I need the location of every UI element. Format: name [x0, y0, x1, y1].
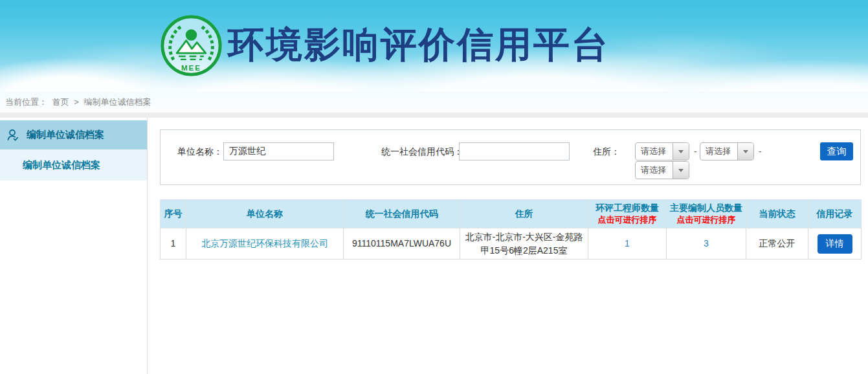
divider-strip — [0, 113, 868, 118]
detail-button[interactable]: 详情 — [818, 234, 852, 254]
sidebar-item-label: 编制单位诚信档案 — [27, 129, 104, 141]
table-row: 1 北京万源世纪环保科技有限公司 91110115MA7LWUA76U 北京市-… — [161, 228, 862, 259]
address-province-select[interactable]: 请选择 — [635, 142, 689, 160]
credit-code-label: 统一社会信用代码： — [381, 142, 463, 160]
address-district-select[interactable]: 请选择 — [635, 161, 689, 179]
breadcrumb-label: 当前位置： — [5, 97, 47, 107]
header-status: 当前状态 — [746, 200, 808, 228]
company-name-label: 单位名称： — [177, 142, 223, 160]
sort-hint-staff[interactable]: 点击可进行排序 — [668, 214, 744, 226]
address-district-value: 请选择 — [636, 162, 673, 179]
user-check-icon — [5, 127, 21, 143]
sidebar-item-credit-archive[interactable]: 编制单位诚信档案 — [0, 120, 147, 149]
header-index: 序号 — [161, 200, 186, 228]
chevron-down-icon — [678, 169, 684, 172]
cell-index: 1 — [161, 228, 186, 259]
sidebar-subitem-label: 编制单位诚信档案 — [23, 159, 100, 171]
page: MEE 环境影响评价信用平台 当前位置： 首页 > 编制单位诚信档案 编制单位诚… — [0, 0, 868, 374]
cell-address: 北京市-北京市-大兴区-金苑路甲15号6幢2层A215室 — [460, 228, 588, 259]
header-credit-code: 统一社会信用代码 — [344, 200, 460, 228]
cell-credit-code: 91110115MA7LWUA76U — [344, 228, 460, 259]
credit-code-input[interactable] — [459, 142, 570, 160]
staff-count-link[interactable]: 3 — [704, 238, 709, 248]
header-engineer-count-sortable[interactable]: 环评工程师数量 点击可进行排序 — [588, 200, 667, 228]
breadcrumb-home-link[interactable]: 首页 — [52, 97, 69, 107]
city-dropdown-button[interactable] — [737, 143, 753, 160]
address-label: 住所： — [593, 142, 620, 160]
sidebar: 编制单位诚信档案 编制单位诚信档案 — [0, 118, 148, 374]
query-button[interactable]: 查询 — [820, 142, 853, 160]
address-city-select[interactable]: 请选择 — [700, 142, 754, 160]
address-dash-2: - — [759, 142, 762, 160]
search-panel: 单位名称： 统一社会信用代码： 住所： 请选择 - 请选择 - 请选择 查询 — [160, 129, 861, 185]
address-city-value: 请选择 — [700, 143, 737, 160]
sort-hint-engineer[interactable]: 点击可进行排序 — [590, 214, 665, 226]
breadcrumb: 当前位置： 首页 > 编制单位诚信档案 — [0, 92, 868, 113]
mee-logo: MEE — [160, 14, 223, 77]
sidebar-subitem-credit-archive[interactable]: 编制单位诚信档案 — [0, 149, 147, 181]
results-table: 序号 单位名称 统一社会信用代码 住所 环评工程师数量 点击可进行排序 主要编制… — [160, 199, 862, 259]
page-title: 环境影响评价信用平台 — [228, 21, 610, 70]
company-name-input[interactable] — [223, 142, 334, 160]
district-dropdown-button[interactable] — [673, 162, 689, 179]
chevron-down-icon — [743, 150, 748, 153]
header-banner: MEE 环境影响评价信用平台 — [0, 0, 868, 92]
address-province-value: 请选择 — [636, 143, 673, 160]
company-name-link[interactable]: 北京万源世纪环保科技有限公司 — [201, 238, 328, 248]
address-dash-1: - — [694, 142, 697, 160]
chevron-down-icon — [678, 150, 684, 153]
engineer-count-link[interactable]: 1 — [625, 238, 630, 248]
mee-logo-text: MEE — [181, 63, 201, 72]
header-staff-count-sortable[interactable]: 主要编制人员数量 点击可进行排序 — [667, 200, 746, 228]
cell-status: 正常公开 — [746, 228, 808, 259]
breadcrumb-current: 编制单位诚信档案 — [83, 97, 151, 107]
table-header-row: 序号 单位名称 统一社会信用代码 住所 环评工程师数量 点击可进行排序 主要编制… — [161, 200, 862, 228]
header-company: 单位名称 — [186, 200, 344, 228]
header-credit-record: 信用记录 — [808, 200, 862, 228]
province-dropdown-button[interactable] — [673, 143, 689, 160]
header-address: 住所 — [460, 200, 588, 228]
breadcrumb-separator: > — [74, 97, 79, 107]
